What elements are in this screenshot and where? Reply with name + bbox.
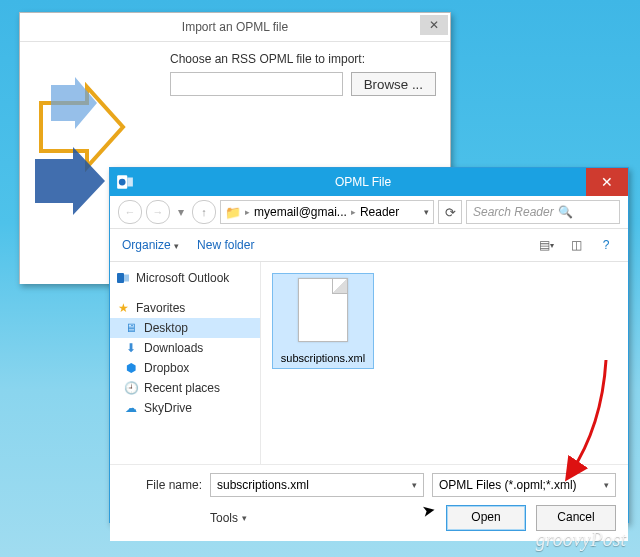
crumb-1[interactable]: myemail@gmai... (254, 205, 347, 219)
downloads-icon: ⬇ (124, 341, 138, 355)
dialog-titlebar: OPML File ✕ (110, 168, 628, 196)
preview-pane-button[interactable]: ◫ (566, 235, 586, 255)
close-icon: ✕ (429, 18, 439, 32)
file-name-label: subscriptions.xml (273, 352, 373, 364)
file-list[interactable]: subscriptions.xml (261, 262, 628, 464)
view-options-button[interactable]: ▤▾ (536, 235, 556, 255)
browse-button[interactable]: Browse ... (351, 72, 436, 96)
tools-dropdown[interactable]: Tools ▾ (210, 511, 247, 525)
search-placeholder: Search Reader (473, 205, 554, 219)
watermark: groovyPost (536, 528, 626, 551)
dropbox-icon: ⬢ (124, 361, 138, 375)
svg-rect-6 (127, 178, 133, 187)
filetype-select[interactable]: OPML Files (*.opml;*.xml) ▾ (432, 473, 616, 497)
dialog-close-button[interactable]: ✕ (586, 168, 628, 196)
back-button[interactable]: ← (118, 200, 142, 224)
dialog-toolbar: Organize ▾ New folder ▤▾ ◫ ? (110, 229, 628, 262)
sidebar-favorites-header[interactable]: ★ Favorites (110, 298, 260, 318)
back-icon: ← (125, 206, 136, 218)
up-icon: ↑ (201, 206, 207, 218)
open-button[interactable]: Open (446, 505, 526, 531)
outlook-icon (116, 173, 134, 191)
recent-icon: 🕘 (124, 381, 138, 395)
sidebar: Microsoft Outlook ★ Favorites 🖥 Desktop … (110, 262, 261, 464)
chevron-down-icon: ▾ (174, 241, 179, 251)
wizard-titlebar: Import an OPML file ✕ (20, 13, 450, 42)
help-icon: ? (603, 238, 610, 252)
sidebar-item-downloads[interactable]: ⬇ Downloads (110, 338, 260, 358)
chevron-down-icon[interactable]: ▾ (604, 480, 609, 490)
svg-rect-7 (117, 273, 124, 283)
filename-label: File name: (122, 478, 202, 492)
close-icon: ✕ (601, 174, 613, 190)
sidebar-item-desktop[interactable]: 🖥 Desktop (110, 318, 260, 338)
svg-rect-5 (119, 179, 126, 186)
search-input[interactable]: Search Reader 🔍 (466, 200, 620, 224)
help-button[interactable]: ? (596, 235, 616, 255)
wizard-title: Import an OPML file (182, 20, 288, 34)
sidebar-item-dropbox[interactable]: ⬢ Dropbox (110, 358, 260, 378)
chevron-down-icon[interactable]: ▾ (412, 480, 417, 490)
refresh-button[interactable]: ⟳ (438, 200, 462, 224)
preview-icon: ◫ (571, 238, 582, 252)
refresh-icon: ⟳ (445, 205, 456, 220)
folder-icon: 📁 (225, 205, 241, 220)
star-icon: ★ (116, 301, 130, 315)
history-dropdown[interactable]: ▾ (174, 205, 188, 219)
up-button[interactable]: ↑ (192, 200, 216, 224)
close-button[interactable]: ✕ (420, 15, 448, 35)
sidebar-item-skydrive[interactable]: ☁ SkyDrive (110, 398, 260, 418)
file-open-dialog: OPML File ✕ ← → ▾ ↑ 📁 ▸ myemail@gmai... … (109, 167, 629, 523)
svg-rect-8 (124, 275, 129, 282)
desktop-icon: 🖥 (124, 321, 138, 335)
forward-button[interactable]: → (146, 200, 170, 224)
outlook-icon (116, 271, 130, 285)
sidebar-item-outlook[interactable]: Microsoft Outlook (110, 268, 260, 288)
file-item[interactable]: subscriptions.xml (273, 274, 373, 368)
organize-button[interactable]: Organize ▾ (122, 238, 179, 252)
new-folder-button[interactable]: New folder (197, 238, 254, 252)
dialog-nav: ← → ▾ ↑ 📁 ▸ myemail@gmai... ▸ Reader ▾ ⟳… (110, 196, 628, 229)
crumb-2[interactable]: Reader (360, 205, 399, 219)
file-icon (291, 278, 355, 348)
view-icon: ▤ (539, 238, 550, 252)
choose-file-label: Choose an RSS OPML file to import: (170, 52, 436, 66)
crumb-dropdown-icon[interactable]: ▾ (424, 207, 429, 217)
chevron-down-icon: ▾ (242, 513, 247, 523)
filename-input[interactable]: subscriptions.xml ▾ (210, 473, 424, 497)
dialog-title: OPML File (140, 175, 586, 189)
skydrive-icon: ☁ (124, 401, 138, 415)
search-icon: 🔍 (558, 205, 573, 219)
sidebar-item-recent[interactable]: 🕘 Recent places (110, 378, 260, 398)
forward-icon: → (153, 206, 164, 218)
opml-path-input[interactable] (170, 72, 343, 96)
breadcrumb[interactable]: 📁 ▸ myemail@gmai... ▸ Reader ▾ (220, 200, 434, 224)
